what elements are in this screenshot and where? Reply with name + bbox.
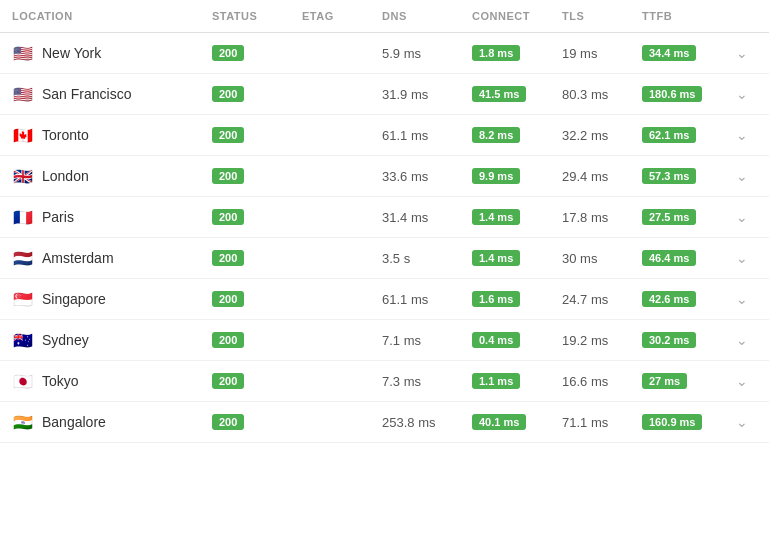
location-name: Tokyo bbox=[42, 373, 79, 389]
table-row[interactable]: 🇨🇦 Toronto 200 61.1 ms 8.2 ms 32.2 ms 62… bbox=[0, 115, 769, 156]
tls-cell: 24.7 ms bbox=[562, 292, 642, 307]
location-cell: 🇮🇳 Bangalore bbox=[12, 414, 212, 430]
col-expand bbox=[722, 10, 762, 22]
location-cell: 🇯🇵 Tokyo bbox=[12, 373, 212, 389]
table-row[interactable]: 🇬🇧 London 200 33.6 ms 9.9 ms 29.4 ms 57.… bbox=[0, 156, 769, 197]
dns-cell: 253.8 ms bbox=[382, 415, 472, 430]
connect-cell: 40.1 ms bbox=[472, 414, 562, 430]
connect-cell: 1.1 ms bbox=[472, 373, 562, 389]
table-row[interactable]: 🇸🇬 Singapore 200 61.1 ms 1.6 ms 24.7 ms … bbox=[0, 279, 769, 320]
location-cell: 🇳🇱 Amsterdam bbox=[12, 250, 212, 266]
ttfb-badge: 30.2 ms bbox=[642, 332, 696, 348]
flag-icon: 🇨🇦 bbox=[12, 127, 34, 143]
flag-icon: 🇮🇳 bbox=[12, 414, 34, 430]
connect-cell: 1.8 ms bbox=[472, 45, 562, 61]
ttfb-cell: 30.2 ms bbox=[642, 332, 722, 348]
location-name: Sydney bbox=[42, 332, 89, 348]
expand-button[interactable]: ⌄ bbox=[722, 209, 762, 225]
table-header: LOCATION STATUS ETAG DNS CONNECT TLS TTF… bbox=[0, 0, 769, 33]
expand-button[interactable]: ⌄ bbox=[722, 373, 762, 389]
ttfb-cell: 46.4 ms bbox=[642, 250, 722, 266]
flag-icon: 🇯🇵 bbox=[12, 373, 34, 389]
expand-button[interactable]: ⌄ bbox=[722, 86, 762, 102]
connect-cell: 1.4 ms bbox=[472, 250, 562, 266]
location-name: San Francisco bbox=[42, 86, 131, 102]
location-name: Paris bbox=[42, 209, 74, 225]
tls-cell: 17.8 ms bbox=[562, 210, 642, 225]
expand-button[interactable]: ⌄ bbox=[722, 168, 762, 184]
status-badge: 200 bbox=[212, 291, 244, 307]
status-badge: 200 bbox=[212, 414, 244, 430]
ttfb-cell: 42.6 ms bbox=[642, 291, 722, 307]
table-row[interactable]: 🇫🇷 Paris 200 31.4 ms 1.4 ms 17.8 ms 27.5… bbox=[0, 197, 769, 238]
tls-cell: 19 ms bbox=[562, 46, 642, 61]
expand-button[interactable]: ⌄ bbox=[722, 250, 762, 266]
dns-cell: 33.6 ms bbox=[382, 169, 472, 184]
table-row[interactable]: 🇮🇳 Bangalore 200 253.8 ms 40.1 ms 71.1 m… bbox=[0, 402, 769, 443]
connect-cell: 9.9 ms bbox=[472, 168, 562, 184]
ttfb-badge: 27.5 ms bbox=[642, 209, 696, 225]
expand-button[interactable]: ⌄ bbox=[722, 414, 762, 430]
ttfb-badge: 27 ms bbox=[642, 373, 687, 389]
connect-badge: 1.4 ms bbox=[472, 250, 520, 266]
table-row[interactable]: 🇯🇵 Tokyo 200 7.3 ms 1.1 ms 16.6 ms 27 ms… bbox=[0, 361, 769, 402]
connect-badge: 1.1 ms bbox=[472, 373, 520, 389]
status-badge: 200 bbox=[212, 86, 244, 102]
performance-table: LOCATION STATUS ETAG DNS CONNECT TLS TTF… bbox=[0, 0, 769, 559]
connect-cell: 41.5 ms bbox=[472, 86, 562, 102]
tls-cell: 19.2 ms bbox=[562, 333, 642, 348]
ttfb-cell: 27 ms bbox=[642, 373, 722, 389]
tls-cell: 29.4 ms bbox=[562, 169, 642, 184]
ttfb-badge: 62.1 ms bbox=[642, 127, 696, 143]
ttfb-badge: 180.6 ms bbox=[642, 86, 702, 102]
connect-badge: 0.4 ms bbox=[472, 332, 520, 348]
expand-button[interactable]: ⌄ bbox=[722, 291, 762, 307]
expand-button[interactable]: ⌄ bbox=[722, 332, 762, 348]
flag-icon: 🇸🇬 bbox=[12, 291, 34, 307]
ttfb-badge: 42.6 ms bbox=[642, 291, 696, 307]
status-cell: 200 bbox=[212, 86, 302, 102]
location-cell: 🇸🇬 Singapore bbox=[12, 291, 212, 307]
location-name: Toronto bbox=[42, 127, 89, 143]
flag-icon: 🇬🇧 bbox=[12, 168, 34, 184]
table-body: 🇺🇸 New York 200 5.9 ms 1.8 ms 19 ms 34.4… bbox=[0, 33, 769, 443]
col-connect: CONNECT bbox=[472, 10, 562, 22]
location-name: Amsterdam bbox=[42, 250, 114, 266]
dns-cell: 5.9 ms bbox=[382, 46, 472, 61]
ttfb-badge: 57.3 ms bbox=[642, 168, 696, 184]
table-row[interactable]: 🇺🇸 New York 200 5.9 ms 1.8 ms 19 ms 34.4… bbox=[0, 33, 769, 74]
ttfb-cell: 27.5 ms bbox=[642, 209, 722, 225]
connect-cell: 0.4 ms bbox=[472, 332, 562, 348]
ttfb-badge: 160.9 ms bbox=[642, 414, 702, 430]
location-name: Bangalore bbox=[42, 414, 106, 430]
connect-cell: 1.4 ms bbox=[472, 209, 562, 225]
status-cell: 200 bbox=[212, 414, 302, 430]
ttfb-badge: 34.4 ms bbox=[642, 45, 696, 61]
status-badge: 200 bbox=[212, 45, 244, 61]
dns-cell: 31.9 ms bbox=[382, 87, 472, 102]
expand-button[interactable]: ⌄ bbox=[722, 127, 762, 143]
status-badge: 200 bbox=[212, 250, 244, 266]
col-location: LOCATION bbox=[12, 10, 212, 22]
dns-cell: 61.1 ms bbox=[382, 128, 472, 143]
location-cell: 🇺🇸 San Francisco bbox=[12, 86, 212, 102]
expand-button[interactable]: ⌄ bbox=[722, 45, 762, 61]
table-row[interactable]: 🇳🇱 Amsterdam 200 3.5 s 1.4 ms 30 ms 46.4… bbox=[0, 238, 769, 279]
dns-cell: 7.1 ms bbox=[382, 333, 472, 348]
status-cell: 200 bbox=[212, 332, 302, 348]
connect-badge: 1.8 ms bbox=[472, 45, 520, 61]
table-row[interactable]: 🇺🇸 San Francisco 200 31.9 ms 41.5 ms 80.… bbox=[0, 74, 769, 115]
col-tls: TLS bbox=[562, 10, 642, 22]
flag-icon: 🇦🇺 bbox=[12, 332, 34, 348]
tls-cell: 30 ms bbox=[562, 251, 642, 266]
location-cell: 🇦🇺 Sydney bbox=[12, 332, 212, 348]
status-cell: 200 bbox=[212, 373, 302, 389]
location-name: London bbox=[42, 168, 89, 184]
table-row[interactable]: 🇦🇺 Sydney 200 7.1 ms 0.4 ms 19.2 ms 30.2… bbox=[0, 320, 769, 361]
connect-badge: 40.1 ms bbox=[472, 414, 526, 430]
dns-cell: 61.1 ms bbox=[382, 292, 472, 307]
status-cell: 200 bbox=[212, 168, 302, 184]
ttfb-cell: 34.4 ms bbox=[642, 45, 722, 61]
ttfb-cell: 57.3 ms bbox=[642, 168, 722, 184]
location-name: New York bbox=[42, 45, 101, 61]
